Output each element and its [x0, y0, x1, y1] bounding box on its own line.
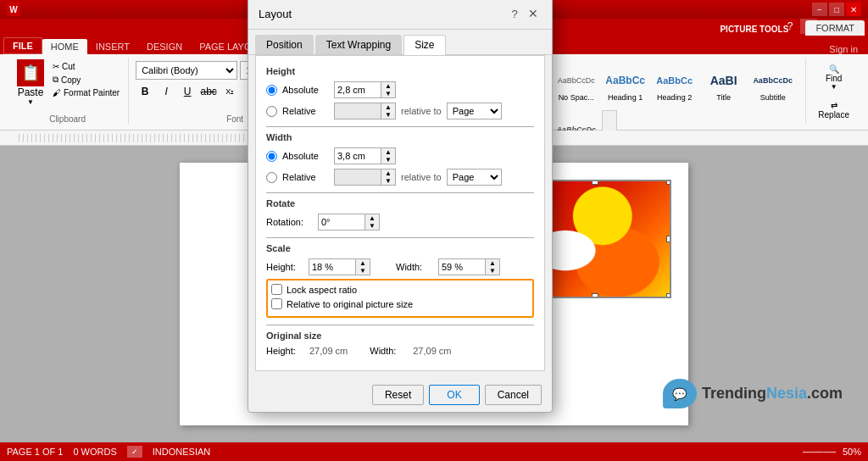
height-rel-spin-down[interactable]: ▼ [381, 111, 395, 119]
layout-dialog: Layout ? ✕ Position Text Wrapping Size H… [248, 0, 553, 413]
tab-position[interactable]: Position [255, 35, 314, 54]
width-absolute-input-wrap: ▲ ▼ [334, 147, 396, 164]
scale-width-input[interactable] [438, 258, 485, 275]
width-relative-to-select[interactable]: Page [447, 169, 502, 186]
original-size-row: Height: 27,09 cm Width: 27,09 cm [266, 346, 534, 356]
width-absolute-row: Absolute ▲ ▼ [266, 147, 534, 164]
height-absolute-label: Absolute [282, 85, 329, 95]
scale-section-label: Scale [266, 243, 534, 253]
width-relative-radio[interactable] [266, 172, 277, 183]
scale-height-spin-up[interactable]: ▲ [356, 259, 370, 267]
width-rel-spin-down[interactable]: ▼ [381, 177, 395, 185]
lock-aspect-checkbox[interactable] [271, 284, 282, 295]
scale-height-input[interactable] [309, 258, 355, 275]
scale-width-spin-down[interactable]: ▼ [486, 267, 499, 275]
width-relative-row: Relative ▲ ▼ relative to Page [266, 169, 534, 186]
scale-height-wrap: ▲ ▼ [309, 258, 370, 275]
ok-button[interactable]: OK [429, 385, 479, 405]
height-spin-down[interactable]: ▼ [381, 90, 395, 97]
height-relative-input[interactable] [334, 103, 381, 119]
relative-original-label: Relative to original picture size [287, 299, 413, 309]
lock-aspect-label: Lock aspect ratio [287, 285, 357, 295]
width-relative-input-wrap: ▲ ▼ [334, 169, 396, 186]
rotation-input-wrap: ▲ ▼ [318, 214, 380, 230]
cancel-button[interactable]: Cancel [485, 385, 542, 405]
rotation-spin-up[interactable]: ▲ [365, 214, 379, 222]
width-spin-up[interactable]: ▲ [381, 148, 395, 156]
width-absolute-label: Absolute [282, 151, 329, 161]
rotate-section-label: Rotate [266, 198, 534, 208]
width-relative-to-label: relative to [401, 172, 442, 182]
height-relative-to-select[interactable]: Page [447, 103, 502, 119]
dialog-help-button[interactable]: ? [506, 5, 523, 22]
width-relative-input[interactable] [334, 169, 381, 186]
orig-width-label: Width: [370, 346, 408, 356]
scale-width-spin-up[interactable]: ▲ [486, 259, 499, 267]
height-spin-up[interactable]: ▲ [381, 82, 395, 90]
scale-height-label: Height: [266, 262, 300, 272]
dialog-close-button[interactable]: ✕ [525, 5, 542, 22]
dialog-tabs: Position Text Wrapping Size [248, 30, 552, 55]
dialog-overlay: Layout ? ✕ Position Text Wrapping Size H… [0, 0, 868, 461]
lock-aspect-row: Lock aspect ratio [271, 284, 529, 295]
rotation-spin-down[interactable]: ▼ [365, 222, 379, 230]
relative-original-checkbox[interactable] [271, 298, 282, 309]
dialog-content: Height Absolute ▲ ▼ Relative [255, 55, 545, 371]
height-absolute-input[interactable] [334, 81, 381, 98]
width-spin-down[interactable]: ▼ [381, 156, 395, 164]
width-relative-label: Relative [282, 172, 329, 182]
width-rel-spin-up[interactable]: ▲ [381, 169, 395, 177]
scale-row: Height: ▲ ▼ Width: ▲ ▼ [266, 258, 534, 275]
width-section-label: Width [266, 132, 534, 142]
orig-height-value: 27,09 cm [309, 346, 348, 356]
height-section-label: Height [266, 66, 534, 76]
dialog-buttons: Reset OK Cancel [248, 378, 552, 412]
tab-text-wrapping[interactable]: Text Wrapping [315, 35, 402, 54]
width-absolute-radio[interactable] [266, 151, 277, 162]
reset-button[interactable]: Reset [372, 385, 424, 405]
height-absolute-row: Absolute ▲ ▼ [266, 81, 534, 98]
dialog-title: Layout [259, 8, 292, 20]
relative-original-row: Relative to original picture size [271, 298, 529, 309]
orig-width-value: 27,09 cm [413, 346, 451, 356]
height-absolute-radio[interactable] [266, 85, 277, 96]
tab-size[interactable]: Size [403, 35, 445, 55]
width-absolute-input[interactable] [334, 147, 381, 164]
rotation-row: Rotation: ▲ ▼ [266, 214, 534, 230]
scale-height-spin-down[interactable]: ▼ [356, 267, 370, 275]
orig-height-label: Height: [266, 346, 304, 356]
height-relative-input-wrap: ▲ ▼ [334, 103, 396, 119]
height-relative-radio[interactable] [266, 106, 277, 117]
rotation-label: Rotation: [266, 217, 313, 227]
height-absolute-input-wrap: ▲ ▼ [334, 81, 396, 98]
scale-width-wrap: ▲ ▼ [438, 258, 500, 275]
rotation-input[interactable] [318, 214, 364, 230]
height-rel-spin-up[interactable]: ▲ [381, 103, 395, 111]
original-size-label: Original size [266, 330, 534, 341]
aspect-ratio-highlight: Lock aspect ratio Relative to original p… [266, 279, 534, 318]
height-relative-to-label: relative to [401, 106, 442, 116]
height-relative-row: Relative ▲ ▼ relative to Page [266, 103, 534, 119]
height-relative-label: Relative [282, 106, 329, 116]
dialog-title-bar: Layout ? ✕ [248, 0, 552, 30]
scale-width-label: Width: [396, 262, 430, 272]
